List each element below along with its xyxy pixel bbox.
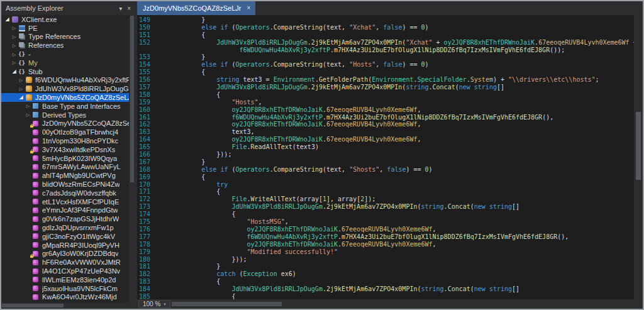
tree-item[interactable]: 00yOtIzoB9gaTFbrwhcj4 [1, 128, 129, 136]
code-line[interactable]: 180 })); [137, 256, 634, 263]
expander-collapsed-icon[interactable]: ▷ [11, 26, 18, 30]
tree-item[interactable]: ▷References [1, 41, 129, 50]
scrollbar-thumb[interactable] [130, 16, 134, 182]
tree-item-label: lA4O1CXpP47zUeP43Nv [42, 267, 120, 275]
tree-item[interactable]: KwA6O4vr0JtzWz46Mjd [1, 293, 129, 302]
expander-collapsed-icon[interactable]: ▷ [11, 35, 18, 39]
tree-item[interactable]: ▷PE [1, 24, 129, 33]
code-line[interactable]: 172 File.WriteAllText(array[1], array[2]… [137, 196, 634, 203]
tree-item[interactable]: 1tnVopm330H8ncPYDkc [1, 136, 129, 145]
expander-expanded-icon[interactable]: ◢ [18, 95, 25, 100]
tree-item[interactable]: ▷{}- [1, 50, 129, 58]
expander-collapsed-icon[interactable]: ▷ [11, 52, 18, 57]
code-line[interactable]: 169 { [137, 174, 634, 181]
code-line[interactable]: 183 { [137, 278, 634, 285]
code-line[interactable]: 161 f6WDUQnwHu4AbXvRj3y2xftP.m7HX4Az3Ui2… [137, 114, 634, 121]
tree-item[interactable]: ◢{}Stub [1, 67, 129, 76]
line-number: 169 [137, 174, 156, 181]
zoom-dropdown[interactable]: 100 % ▾ [138, 300, 170, 308]
tree-item[interactable]: ▷f6WDUQnwHu4AbXvRj3y2xftP [1, 76, 129, 85]
tab-close-icon[interactable]: × [247, 5, 251, 11]
tree-item[interactable]: ▷Base Type and Interfaces [1, 102, 129, 111]
code-line[interactable]: 175 "HostsMSG", [137, 218, 634, 226]
code-line[interactable]: 158 { [137, 91, 634, 99]
tree-vertical-scrollbar[interactable] [129, 15, 135, 302]
scrollbar-thumb[interactable] [2, 304, 64, 307]
tree-item[interactable]: ▷Derived Types [1, 111, 129, 119]
code-line[interactable]: 153 } [137, 53, 634, 61]
expander-expanded-icon[interactable]: ◢ [4, 17, 11, 22]
code-line[interactable]: 166 })); [137, 151, 634, 158]
tree-item[interactable]: ◢XClient.exe [1, 15, 129, 24]
code-line[interactable]: 178 oy2JQF8R8xhEThfDRWnoJaiK.67eeoqeRUVB… [137, 241, 634, 248]
code-line[interactable]: 163 text3, [137, 128, 634, 136]
scrollbar-thumb[interactable] [172, 302, 282, 306]
expander-collapsed-icon[interactable]: ▷ [11, 43, 18, 48]
tree-item[interactable]: ▷Type References [1, 33, 129, 42]
tree-item[interactable]: 5mHycBpK023IW9Qqya [1, 154, 129, 163]
tree-item[interactable]: eYmnJcAf3P4FnnpdGtw [1, 206, 129, 215]
tree-item[interactable]: c7adsJdsqiW0dvszffqbk [1, 189, 129, 197]
tree-item[interactable]: ahlT4pMNgb9UCwtPVg [1, 171, 129, 180]
tree-item[interactable]: lA4O1CXpP47zUeP43Nv [1, 267, 129, 275]
code-line[interactable]: 181 } [137, 263, 634, 270]
tree-item[interactable]: hF6Re0AxVWW0VxJMtR [1, 258, 129, 267]
tree-item[interactable]: 3v7X43xwiltdkePDsnXs [1, 145, 129, 154]
code-editor[interactable]: 149 }150 else if (Operators.CompareStrin… [137, 15, 643, 299]
expander-collapsed-icon[interactable]: ▷ [18, 78, 25, 82]
tree-item[interactable]: gr6AyI3oW0KrjDZDBdqv [1, 250, 129, 258]
code-line[interactable]: 156 string text3 = Environment.GetFolder… [137, 76, 634, 84]
code-line[interactable]: 173 JdUhW3Vx8Pld8iRRLJpOugGm.2j9kEtMjAm6… [137, 203, 634, 211]
scrollbar-thumb[interactable] [636, 112, 641, 180]
chevron-down-icon[interactable]: ▾ [116, 4, 125, 13]
expander-collapsed-icon[interactable]: ▷ [18, 87, 25, 91]
code-line[interactable]: 182 catch (Exception ex6) [137, 270, 634, 278]
code-line[interactable]: 152 JdUhW3Vx8Pld8iRRLJpOugGm.2j9kEtMjAm6… [137, 39, 634, 47]
code-line[interactable]: f6WDUQnwHu4AbXvRj3y2xftP.m7HX4Az3Ui2buE7… [137, 47, 634, 54]
code-line[interactable]: 159 "Hosts", [137, 99, 634, 106]
expander-collapsed-icon[interactable]: ▷ [25, 113, 31, 117]
tree-item[interactable]: gdlzJqDUpvsrrxmFw1p [1, 223, 129, 232]
editor-horizontal-scrollbar[interactable] [170, 299, 634, 309]
tree-item[interactable]: 67mrSAWyLAwwUaNFyL [1, 163, 129, 172]
code-line[interactable]: 150 else if (Operators.CompareString(tex… [137, 24, 634, 31]
expander-expanded-icon[interactable]: ◢ [11, 69, 18, 74]
expander-collapsed-icon[interactable]: ▷ [25, 104, 31, 108]
code-line[interactable]: 162 oy2JQF8R8xhEThfDRWnoJaiK.67eeoqeRUVB… [137, 121, 634, 128]
tree-item[interactable]: gMpaRR4P3IUoql9PyVH [1, 241, 129, 250]
code-line[interactable]: 171 { [137, 188, 634, 196]
code-line[interactable]: 167 } [137, 158, 634, 166]
code-line[interactable]: 184 JdUhW3Vx8Pld8iRRLJpOugGm.2j9kEtMjAm6… [137, 285, 634, 293]
tree-item[interactable]: JzD0myVNbs5ZCoQAZ8zSeLJr [1, 119, 129, 128]
code-line[interactable]: 170 try [137, 181, 634, 189]
editor-vertical-scrollbar[interactable] [634, 15, 643, 299]
tree-horizontal-scrollbar[interactable] [1, 302, 135, 309]
code-line[interactable]: 149 } [137, 16, 634, 24]
tree-item[interactable]: ▷JdUhW3Vx8Pld8iRRLJpOugGm [1, 84, 129, 93]
expander-collapsed-icon[interactable]: ▷ [11, 60, 18, 65]
code-line[interactable]: 168 else if (Operators.CompareString(tex… [137, 166, 634, 174]
code-line[interactable]: 155 { [137, 69, 634, 76]
tree-item[interactable]: ◢JzD0myVNbs5ZCoQAZ8zSeLJr [1, 93, 129, 102]
tree-item[interactable]: g0Vk6n7zapGSJjHtdhrW [1, 214, 129, 223]
code-line[interactable]: 164 oy2JQF8R8xhEThfDRWnoJaiK.67eeoqeRUVB… [137, 136, 634, 143]
tab-document[interactable]: JzD0myVNbs5ZCoQAZ8zSeLJr × [137, 1, 255, 15]
tree-item[interactable]: gjiC3noFzyO1ltWgc4kV [1, 232, 129, 241]
code-line[interactable]: 151 { [137, 31, 634, 39]
code-line[interactable]: 157 JdUhW3Vx8Pld8iRRLJpOugGm.2j9kEtMjAm6… [137, 84, 634, 91]
code-line[interactable]: 165 File.ReadAllText(text3) [137, 143, 634, 151]
code-line[interactable]: 177 f6WDUQnwHu4AbXvRj3y2xftP.m7HX4Az3Ui2… [137, 233, 634, 241]
code-line[interactable]: 160 oy2JQF8R8xhEThfDRWnoJaiK.67eeoqeRUVB… [137, 106, 634, 114]
code-line[interactable]: 185 { [137, 293, 634, 299]
code-line[interactable]: 174 { [137, 211, 634, 218]
tree-item[interactable]: etL1VcxHsfXMFCfPUIqE [1, 197, 129, 206]
code-line[interactable]: 179 "Modified successfully!" [137, 248, 634, 256]
tree-item[interactable]: ▷{}My [1, 58, 129, 67]
code-line[interactable]: 154 else if (Operators.CompareString(tex… [137, 61, 634, 69]
tree-item[interactable]: blidOWszRmECsPNi4Zw [1, 180, 129, 189]
tree-item-label: KwA6O4vr0JtzWz46Mjd [42, 293, 117, 301]
tree-item[interactable]: llWLmEEMz83ien40p2d [1, 275, 129, 284]
tree-item[interactable]: j5xauolHua9VN5lcFkCm [1, 284, 129, 293]
close-icon[interactable]: × [125, 4, 133, 13]
code-line[interactable]: 176 oy2JQF8R8xhEThfDRWnoJaiK.67eeoqeRUVB… [137, 226, 634, 233]
